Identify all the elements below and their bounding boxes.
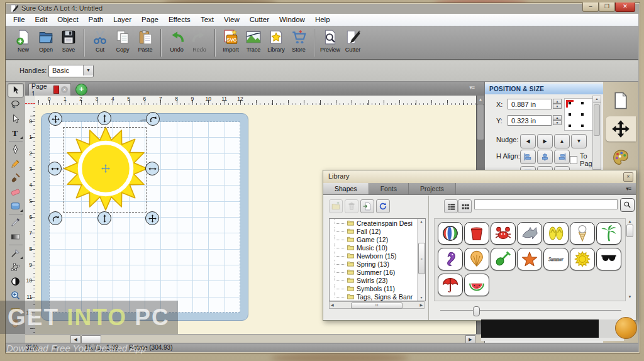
shape-seashell[interactable] — [464, 248, 489, 270]
lasso-tool[interactable] — [8, 98, 23, 111]
tab-document[interactable] — [606, 88, 636, 113]
x-stepper[interactable]: ▲▼ — [553, 99, 562, 109]
thumbnail-size-slider[interactable] — [440, 306, 621, 315]
handle-bl[interactable] — [48, 211, 62, 225]
toolbar-save-button[interactable]: Save — [58, 28, 79, 57]
toolbar-paste-button[interactable]: Paste — [135, 28, 156, 57]
library-title-bar[interactable]: Library ✕ — [323, 170, 636, 184]
scrollbar-thumb[interactable]: III — [351, 303, 402, 309]
grid-vertical-scrollbar[interactable]: ▲ ▼ — [626, 219, 634, 299]
library-folder[interactable]: Fall (12) — [330, 227, 425, 235]
library-folder[interactable]: Newborn (15) — [330, 252, 425, 260]
handle-tc[interactable] — [97, 111, 111, 125]
menu-file[interactable]: File — [8, 14, 30, 26]
shape-beach-ball[interactable] — [438, 222, 463, 245]
nodes-tool[interactable] — [8, 260, 23, 274]
shape-watermelon[interactable] — [464, 274, 489, 296]
toolbar-trace-button[interactable]: Trace — [243, 28, 264, 57]
shape-sunglasses[interactable] — [596, 248, 621, 270]
handles-dropdown[interactable]: Basic ▼ — [48, 65, 94, 77]
tree-vertical-scrollbar[interactable]: ▲ ≡ ▼ — [417, 219, 425, 301]
panel-scrollbar[interactable]: ▲ — [592, 96, 601, 170]
minimize-button[interactable]: – — [582, 3, 599, 12]
library-tab-fonts[interactable]: Fonts — [369, 183, 409, 194]
toolbar-open-button[interactable]: Open — [35, 28, 57, 57]
halign-left-button[interactable] — [520, 150, 536, 164]
toolbar-cutter-button[interactable]: Cutter — [342, 28, 364, 57]
menu-effects[interactable]: Effects — [164, 14, 196, 26]
toolbar-preview-button[interactable]: Preview — [319, 28, 341, 57]
shape-sun[interactable] — [570, 248, 595, 270]
scroll-down-icon[interactable]: ▼ — [418, 295, 425, 301]
scroll-up-icon[interactable]: ▲ — [418, 219, 425, 225]
slider-thumb[interactable] — [473, 306, 480, 316]
nudge-button-3[interactable]: ▼ — [571, 134, 587, 148]
eyedropper-tool[interactable] — [8, 216, 23, 229]
menu-object[interactable]: Object — [52, 14, 83, 26]
toolbar-redo-button[interactable]: Redo — [189, 28, 210, 57]
toolbar-new-button[interactable]: New — [13, 28, 34, 57]
checkbox-icon[interactable] — [570, 156, 577, 164]
toolbar-undo-button[interactable]: Undo — [166, 28, 187, 57]
knife-tool[interactable] — [8, 247, 23, 260]
shape-flip-flops[interactable] — [543, 222, 569, 245]
direct-select-tool[interactable] — [8, 113, 23, 126]
nudge-button-2[interactable]: ▲ — [554, 134, 570, 148]
y-stepper[interactable]: ▲▼ — [553, 115, 562, 126]
handle-bc[interactable] — [97, 211, 111, 225]
library-folder[interactable]: Createinspain Desi — [330, 219, 425, 227]
eraser-tool[interactable] — [8, 186, 23, 199]
shape-dolphin[interactable] — [517, 222, 542, 245]
library-close-button[interactable]: ✕ — [623, 172, 633, 182]
handle-mr[interactable] — [145, 162, 159, 175]
tree-horizontal-scrollbar[interactable]: ◀ III ▶ — [329, 301, 425, 309]
menu-edit[interactable]: Edit — [30, 14, 53, 26]
shape-summer-text[interactable]: Summer — [543, 248, 569, 270]
library-folder[interactable]: Tags, Signs & Banr — [330, 292, 425, 301]
tab-position-size[interactable] — [606, 116, 636, 142]
scroll-down-icon[interactable]: ▼ — [626, 295, 634, 299]
search-button[interactable] — [620, 198, 635, 212]
toolbar-copy-button[interactable]: Copy — [112, 28, 133, 57]
toolbar-import-button[interactable]: SVGImport — [220, 28, 242, 57]
trash-button[interactable] — [345, 199, 358, 213]
search-input[interactable] — [474, 199, 618, 209]
shape-bucket[interactable] — [464, 222, 489, 245]
toolbar-cut-button[interactable]: Cut — [89, 28, 111, 57]
pen-tool[interactable] — [8, 143, 23, 156]
scroll-left-icon[interactable]: ◀ — [331, 303, 334, 307]
pencil-tool[interactable] — [8, 157, 23, 170]
add-page-button[interactable]: + — [75, 84, 87, 96]
library-tab-shapes[interactable]: Shapes — [323, 183, 369, 194]
toolbar-library-button[interactable]: Library — [265, 28, 287, 57]
tab-appearance[interactable] — [606, 145, 636, 170]
close-button[interactable]: ✕ — [615, 3, 635, 12]
scroll-right-icon[interactable]: ▶ — [419, 303, 423, 307]
menu-view[interactable]: View — [219, 14, 245, 26]
text-tool[interactable]: T — [8, 126, 23, 140]
menu-cutter[interactable]: Cutter — [245, 14, 274, 26]
x-input[interactable]: 0.887 in — [508, 99, 552, 109]
toolbar-store-button[interactable]: Store — [288, 28, 309, 57]
menu-window[interactable]: Window — [274, 14, 310, 26]
y-input[interactable]: 0.323 in — [508, 115, 552, 126]
scrollbar-thumb[interactable] — [477, 104, 484, 140]
scroll-up-icon[interactable]: ▲ — [477, 96, 484, 104]
menu-layer[interactable]: Layer — [108, 14, 136, 26]
scrollbar-thumb[interactable] — [626, 225, 633, 237]
export-button[interactable] — [360, 199, 374, 213]
brush-tool[interactable] — [8, 171, 23, 184]
library-window[interactable]: Library ✕ ShapesFontsProjects ▾≡ Createi… — [323, 170, 636, 321]
page-color-swatch[interactable] — [53, 86, 59, 94]
page-close-icon[interactable]: ✕ — [61, 86, 68, 93]
canvas-horizontal-scrollbar[interactable]: ◀ ▶ — [25, 334, 484, 343]
library-tab-menu-icon[interactable]: ▾≡ — [626, 186, 631, 192]
list-view-button[interactable] — [444, 199, 458, 213]
shape-ice-cream[interactable] — [570, 222, 595, 245]
add-folder-button[interactable] — [329, 199, 343, 213]
shape-seahorse[interactable] — [438, 248, 463, 270]
shape-starfish[interactable] — [517, 248, 542, 270]
gradient-tool[interactable] — [8, 230, 23, 243]
library-folder[interactable]: Summer (16) — [330, 268, 425, 276]
fillstroke-tool[interactable] — [8, 275, 23, 288]
